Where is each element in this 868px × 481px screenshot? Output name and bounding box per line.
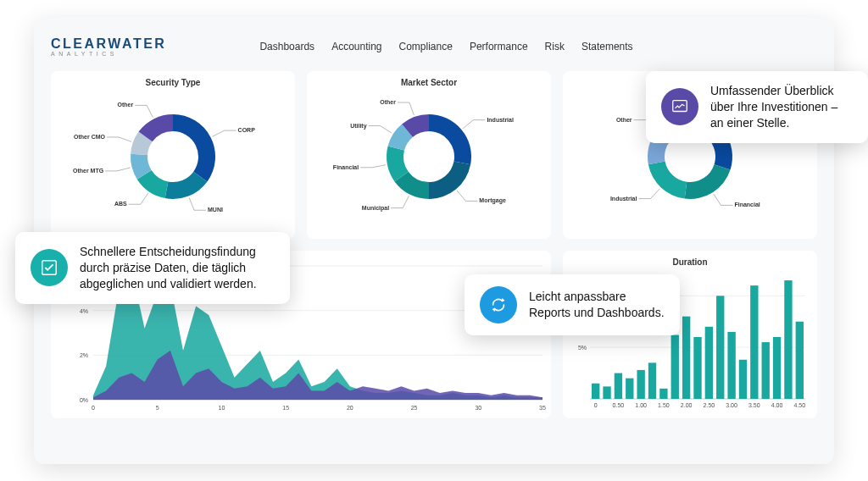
svg-rect-50 <box>682 317 690 399</box>
svg-text:4.00: 4.00 <box>771 402 783 408</box>
svg-rect-47 <box>659 389 667 399</box>
topbar: CLEARWATER ANALYTICS Dashboards Accounti… <box>51 30 817 63</box>
svg-rect-62 <box>773 337 781 399</box>
chart-market-sector: IndustrialMortgageMunicipalFinancialUtil… <box>319 91 539 218</box>
callout-overview: Umfassender Überblick über Ihre Investit… <box>646 71 868 143</box>
svg-text:15: 15 <box>282 405 289 411</box>
callout-text: Umfassender Überblick über Ihre Investit… <box>710 83 853 131</box>
callout-validate: Schnellere Entscheidungsfindung durch pr… <box>15 232 290 304</box>
refresh-icon <box>480 286 517 323</box>
check-icon <box>31 249 68 286</box>
svg-text:Industrial: Industrial <box>610 196 637 202</box>
svg-text:Other MTG: Other MTG <box>73 168 104 174</box>
svg-text:4.50: 4.50 <box>794 402 806 408</box>
svg-text:2.00: 2.00 <box>681 402 693 408</box>
svg-text:3.50: 3.50 <box>748 402 760 408</box>
nav-item-statements[interactable]: Statements <box>581 41 633 53</box>
svg-text:Financial: Financial <box>333 164 359 170</box>
svg-rect-56 <box>727 332 735 399</box>
svg-text:Other: Other <box>380 99 396 105</box>
svg-text:2.50: 2.50 <box>704 402 715 408</box>
svg-text:5%: 5% <box>578 345 587 351</box>
svg-text:20: 20 <box>347 405 353 411</box>
card-title: Security Type <box>59 78 287 87</box>
svg-rect-49 <box>671 335 679 399</box>
nav-menu: Dashboards Accounting Compliance Perform… <box>259 41 632 53</box>
svg-rect-41 <box>615 373 622 399</box>
svg-rect-53 <box>705 327 713 399</box>
brand-sub: ANALYTICS <box>51 51 166 57</box>
svg-text:Other CMO: Other CMO <box>74 134 106 140</box>
chart-icon <box>661 88 698 125</box>
callout-text: Schnellere Entscheidungsfindung durch pr… <box>80 244 275 292</box>
svg-rect-46 <box>648 362 656 399</box>
svg-text:ABS: ABS <box>114 201 127 207</box>
chart-security-type: CORPMUNIABSOther MTGOther CMOOther <box>63 91 283 218</box>
svg-rect-55 <box>716 296 724 399</box>
nav-item-risk[interactable]: Risk <box>545 41 565 53</box>
svg-text:0.50: 0.50 <box>613 402 625 408</box>
svg-rect-65 <box>796 322 804 399</box>
svg-text:3.00: 3.00 <box>726 402 737 408</box>
svg-rect-59 <box>750 285 758 399</box>
svg-text:MUNI: MUNI <box>208 207 223 213</box>
svg-text:CORP: CORP <box>238 127 256 133</box>
svg-text:30: 30 <box>475 405 481 411</box>
svg-rect-68 <box>673 101 687 112</box>
svg-text:Financial: Financial <box>734 202 760 207</box>
svg-rect-61 <box>762 342 770 399</box>
svg-text:35: 35 <box>539 405 546 411</box>
svg-text:2%: 2% <box>80 352 88 358</box>
svg-text:25: 25 <box>411 405 418 411</box>
svg-rect-58 <box>739 360 747 399</box>
svg-text:1.50: 1.50 <box>658 402 670 408</box>
svg-rect-43 <box>626 379 633 399</box>
svg-text:10: 10 <box>219 405 225 411</box>
card-market-sector: Market Sector IndustrialMortgageMunicipa… <box>307 71 551 239</box>
nav-item-performance[interactable]: Performance <box>470 41 528 53</box>
svg-text:Other: Other <box>117 102 133 108</box>
svg-text:1.00: 1.00 <box>635 402 647 408</box>
card-title: Market Sector <box>315 78 542 87</box>
svg-text:Mortgage: Mortgage <box>479 197 506 204</box>
svg-text:0: 0 <box>92 405 95 411</box>
svg-rect-38 <box>592 384 599 399</box>
card-security-type: Security Type CORPMUNIABSOther MTGOther … <box>51 71 295 239</box>
callout-reports: Leicht anpassbare Reports und Dashboards… <box>465 274 680 335</box>
nav-item-accounting[interactable]: Accounting <box>331 41 381 53</box>
callout-text: Leicht anpassbare Reports und Dashboards… <box>529 289 665 321</box>
card-title: Duration <box>571 257 809 267</box>
svg-text:Utility: Utility <box>350 123 367 130</box>
svg-text:0: 0 <box>594 402 598 408</box>
svg-text:0%: 0% <box>80 397 88 403</box>
nav-item-dashboards[interactable]: Dashboards <box>259 41 314 53</box>
svg-rect-40 <box>603 386 610 399</box>
svg-rect-64 <box>784 280 792 399</box>
svg-text:4%: 4% <box>80 308 88 314</box>
brand-logo: CLEARWATER ANALYTICS <box>51 37 166 57</box>
svg-rect-52 <box>693 337 701 399</box>
svg-text:Other: Other <box>616 117 632 123</box>
svg-rect-44 <box>637 370 644 399</box>
nav-item-compliance[interactable]: Compliance <box>399 41 453 53</box>
svg-text:5: 5 <box>156 405 159 411</box>
svg-text:Industrial: Industrial <box>487 117 514 123</box>
brand-main: CLEARWATER <box>51 37 166 51</box>
svg-text:Municipal: Municipal <box>362 205 389 212</box>
